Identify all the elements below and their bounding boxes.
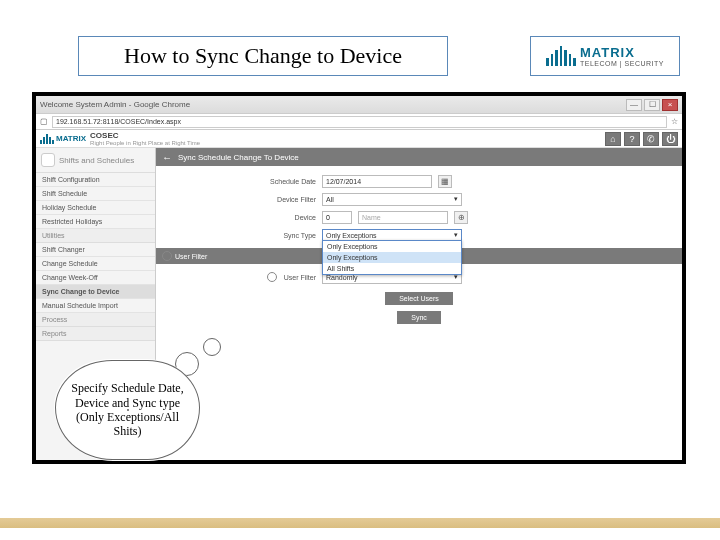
radio-icon[interactable] bbox=[162, 251, 172, 261]
sidebar-cat-process[interactable]: Process bbox=[36, 313, 155, 327]
callout-cloud: Specify Schedule Date, Device and Sync t… bbox=[55, 360, 215, 480]
device-filter-select[interactable]: All ▾ bbox=[322, 193, 462, 206]
brand-logo: MATRIX TELECOM | SECURITY bbox=[530, 36, 680, 76]
chevron-down-icon: ▾ bbox=[454, 231, 458, 239]
sync-button[interactable]: Sync bbox=[397, 311, 441, 324]
callout-text: Specify Schedule Date, Device and Sync t… bbox=[62, 381, 193, 439]
slide-title: How to Sync Change to Device bbox=[78, 36, 448, 76]
address-bar: ▢ 192.168.51.72:8118/COSEC/Index.aspx ☆ bbox=[36, 114, 682, 130]
sidebar-item-holiday-schedule[interactable]: Holiday Schedule bbox=[36, 201, 155, 215]
logo-sub: TELECOM | SECURITY bbox=[580, 60, 664, 67]
phone-icon[interactable]: ✆ bbox=[643, 132, 659, 146]
schedule-date-input[interactable]: 12/07/2014 bbox=[322, 175, 432, 188]
cloud-bubble-icon bbox=[203, 338, 221, 356]
schedule-date-label: Schedule Date bbox=[166, 178, 316, 185]
chevron-down-icon: ▾ bbox=[454, 195, 458, 203]
home-icon[interactable]: ⌂ bbox=[605, 132, 621, 146]
window-close-button[interactable]: × bbox=[662, 99, 678, 111]
radio-icon[interactable] bbox=[267, 272, 277, 282]
sync-option-2[interactable]: All Shifts bbox=[323, 263, 461, 274]
url-input[interactable]: 192.168.51.72:8118/COSEC/Index.aspx bbox=[52, 116, 667, 128]
device-id-input[interactable]: 0 bbox=[322, 211, 352, 224]
help-icon[interactable]: ? bbox=[624, 132, 640, 146]
panel-title-text: Sync Schedule Change To Device bbox=[178, 153, 299, 162]
product-name: COSEC bbox=[90, 132, 200, 140]
sidebar-item-shift-schedule[interactable]: Shift Schedule bbox=[36, 187, 155, 201]
main-panel: ← Sync Schedule Change To Device Schedul… bbox=[156, 148, 682, 460]
device-picker-icon[interactable]: ⊕ bbox=[454, 211, 468, 224]
select-users-button[interactable]: Select Users bbox=[385, 292, 453, 305]
device-label: Device bbox=[166, 214, 316, 221]
sync-type-dropdown: Only Exceptions Only Exceptions All Shif… bbox=[322, 240, 462, 275]
device-id-value: 0 bbox=[326, 214, 330, 221]
device-filter-label: Device Filter bbox=[166, 196, 316, 203]
user-filter-section-label: User Filter bbox=[175, 253, 207, 260]
device-name-input[interactable]: Name bbox=[358, 211, 448, 224]
back-icon[interactable]: ← bbox=[162, 152, 172, 163]
device-name-placeholder: Name bbox=[362, 214, 381, 221]
slide-accent-bar bbox=[0, 518, 720, 528]
slide-title-text: How to Sync Change to Device bbox=[124, 43, 402, 69]
url-text: 192.168.51.72:8118/COSEC/Index.aspx bbox=[56, 118, 181, 125]
app-header: MATRIX COSEC Right People in Right Place… bbox=[36, 130, 682, 148]
app-logo: MATRIX bbox=[40, 134, 86, 144]
bookmark-icon[interactable]: ☆ bbox=[671, 117, 678, 126]
panel-content: Schedule Date 12/07/2014 ▦ Device Filter… bbox=[156, 166, 682, 460]
sidebar-cat-utilities: Utilities bbox=[36, 229, 155, 243]
power-icon[interactable]: ⏻ bbox=[662, 132, 678, 146]
chrome-tab-title: Welcome System Admin - Google Chrome bbox=[40, 100, 190, 109]
sidebar-item-change-weekoff[interactable]: Change Week-Off bbox=[36, 271, 155, 285]
window-max-button[interactable]: ☐ bbox=[644, 99, 660, 111]
matrix-bars-icon bbox=[546, 46, 576, 66]
sidebar-item-restricted-holidays[interactable]: Restricted Holidays bbox=[36, 215, 155, 229]
sidebar-section-header: Shifts and Schedules bbox=[36, 148, 155, 173]
sidebar-item-shift-config[interactable]: Shift Configuration bbox=[36, 173, 155, 187]
window-min-button[interactable]: — bbox=[626, 99, 642, 111]
sync-type-value: Only Exceptions bbox=[326, 232, 377, 239]
logo-brand: MATRIX bbox=[580, 45, 664, 60]
panel-title-bar: ← Sync Schedule Change To Device bbox=[156, 148, 682, 166]
sync-type-label: Sync Type bbox=[166, 232, 316, 239]
bars-icon bbox=[40, 134, 54, 144]
chrome-title-bar: Welcome System Admin - Google Chrome — ☐… bbox=[36, 96, 682, 114]
sidebar-section-label: Shifts and Schedules bbox=[59, 156, 134, 165]
sync-option-0[interactable]: Only Exceptions bbox=[323, 241, 461, 252]
sync-option-1[interactable]: Only Exceptions bbox=[323, 252, 461, 263]
device-filter-value: All bbox=[326, 196, 334, 203]
calendar-picker-icon[interactable]: ▦ bbox=[438, 175, 452, 188]
user-filter-label: User Filter bbox=[284, 274, 316, 281]
sidebar-item-manual-import[interactable]: Manual Schedule Import bbox=[36, 299, 155, 313]
sidebar-item-change-schedule[interactable]: Change Schedule bbox=[36, 257, 155, 271]
sidebar-item-shift-changer[interactable]: Shift Changer bbox=[36, 243, 155, 257]
calendar-icon bbox=[41, 153, 55, 167]
page-icon: ▢ bbox=[40, 117, 48, 126]
sidebar-cat-reports[interactable]: Reports bbox=[36, 327, 155, 341]
sidebar-item-sync-change[interactable]: Sync Change to Device bbox=[36, 285, 155, 299]
schedule-date-value: 12/07/2014 bbox=[326, 178, 361, 185]
product-tagline: Right People in Right Place at Right Tim… bbox=[90, 140, 200, 146]
app-brand-text: MATRIX bbox=[56, 134, 86, 143]
